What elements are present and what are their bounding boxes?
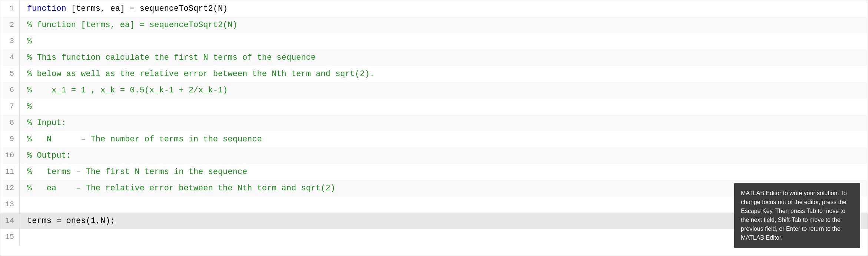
comment-text: % This function calculate the first N te…	[27, 52, 316, 64]
line-number: 2	[0, 17, 20, 33]
code-line[interactable]: 3%	[0, 33, 868, 49]
line-content: % N – The number of terms in the sequenc…	[20, 133, 868, 145]
line-number: 12	[0, 180, 20, 196]
code-line[interactable]: 6% x_1 = 1 , x_k = 0.5(x_k-1 + 2/x_k-1)	[0, 82, 868, 98]
code-line[interactable]: 11% terms – The first N terms in the seq…	[0, 164, 868, 180]
line-content: function [terms, ea] = sequenceToSqrt2(N…	[20, 3, 868, 15]
line-content: % function [terms, ea] = sequenceToSqrt2…	[20, 19, 868, 31]
comment-text: % N – The number of terms in the sequenc…	[27, 133, 262, 145]
keyword-function: function	[27, 3, 66, 15]
code-line[interactable]: 8% Input:	[0, 115, 868, 131]
code-line[interactable]: 7%	[0, 98, 868, 115]
comment-text: %	[27, 35, 32, 47]
line-number: 14	[0, 213, 20, 229]
line-number: 11	[0, 164, 20, 180]
comment-text: % Input:	[27, 117, 66, 129]
tooltip-text: MATLAB Editor to write your solution. To…	[741, 190, 847, 241]
line-number: 10	[0, 147, 20, 164]
line-number: 4	[0, 49, 20, 66]
line-number: 15	[0, 229, 20, 245]
line-content: %	[20, 101, 868, 113]
comment-text: % below as well as the relative error be…	[27, 68, 374, 80]
code-line[interactable]: 10% Output:	[0, 147, 868, 164]
line-number: 3	[0, 33, 20, 49]
comment-text: % function [terms, ea] = sequenceToSqrt2…	[27, 19, 238, 31]
line-number: 7	[0, 98, 20, 115]
line-number: 13	[0, 196, 20, 213]
comment-text: % terms – The first N terms in the seque…	[27, 166, 247, 178]
line-content: % This function calculate the first N te…	[20, 52, 868, 64]
line-content: %	[20, 35, 868, 47]
line-content: % Input:	[20, 117, 868, 129]
line-number: 6	[0, 82, 20, 98]
tooltip-box: MATLAB Editor to write your solution. To…	[734, 183, 860, 248]
comment-text: % Output:	[27, 150, 71, 162]
editor-container[interactable]: 1function [terms, ea] = sequenceToSqrt2(…	[0, 0, 868, 256]
line-content: % below as well as the relative error be…	[20, 68, 868, 80]
code-line[interactable]: 5% below as well as the relative error b…	[0, 66, 868, 82]
line-number: 1	[0, 0, 20, 17]
comment-text: % x_1 = 1 , x_k = 0.5(x_k-1 + 2/x_k-1)	[27, 84, 228, 96]
line-content: % terms – The first N terms in the seque…	[20, 166, 868, 178]
line-number: 9	[0, 131, 20, 147]
line-number: 8	[0, 115, 20, 131]
comment-text: %	[27, 101, 32, 113]
code-line[interactable]: 4% This function calculate the first N t…	[0, 49, 868, 66]
code-text: terms = ones(1,N);	[27, 215, 115, 227]
code-text: [terms, ea] = sequenceToSqrt2(N)	[66, 3, 228, 15]
code-line[interactable]: 2% function [terms, ea] = sequenceToSqrt…	[0, 17, 868, 33]
comment-text: % ea – The relative error between the Nt…	[27, 182, 335, 194]
line-content: % Output:	[20, 150, 868, 162]
code-line[interactable]: 1function [terms, ea] = sequenceToSqrt2(…	[0, 0, 868, 17]
code-line[interactable]: 9% N – The number of terms in the sequen…	[0, 131, 868, 147]
line-number: 5	[0, 66, 20, 82]
line-content: % x_1 = 1 , x_k = 0.5(x_k-1 + 2/x_k-1)	[20, 84, 868, 96]
